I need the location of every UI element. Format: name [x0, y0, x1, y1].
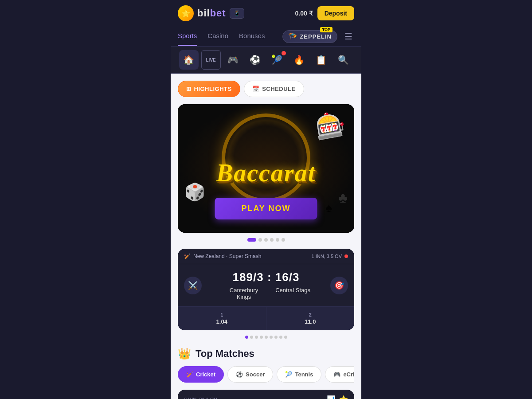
odd-button-1[interactable]: 1 1.04	[178, 307, 266, 330]
deposit-button[interactable]: Deposit	[317, 6, 354, 20]
banner-ring	[222, 113, 310, 202]
fire-button[interactable]: 🔥	[289, 50, 309, 70]
banner-dice-left: 🎲	[184, 182, 205, 202]
match-scores: ⚔️ 189/3 : 16/3 Canterbury Kings Central…	[178, 264, 354, 306]
team2-logo-icon: 🎯	[334, 281, 344, 290]
innings-info: 1 INN, 3.5 OV	[312, 254, 342, 259]
esports-button[interactable]: 🎮	[223, 50, 243, 70]
banner-spade: ♠	[325, 201, 332, 215]
match-status: 1 INN, 3.5 OV	[312, 254, 348, 259]
preview-chart-icon: 📊	[327, 395, 336, 399]
filter-cricket-label: Cricket	[196, 371, 215, 378]
match-league: 🏏 New Zealand · Super Smash	[184, 253, 261, 259]
nav-item-bonuses[interactable]: Bonuses	[239, 27, 265, 46]
dot-4	[276, 238, 279, 242]
odd-label-1: 1	[220, 312, 223, 317]
filter-tennis[interactable]: 🎾 Tennis	[277, 366, 321, 383]
match-carousel-dots	[178, 336, 354, 339]
filter-ecric-label: eCric...	[343, 371, 354, 378]
odd-value-2: 11.0	[305, 318, 316, 325]
preview-innings: 2 INN, 31.1 OV	[184, 397, 217, 399]
search-button[interactable]: 🔍	[333, 50, 353, 70]
banner-chips-right: 🎰	[313, 109, 348, 142]
banner-bg: 🎰 🎲 ♣ ♠ Baccarat PLAY NOW	[178, 104, 354, 233]
highlights-tab[interactable]: ⊞ HIGHLIGHTS	[178, 81, 240, 97]
match-dot-3	[260, 336, 263, 339]
odd-button-2[interactable]: 2 11.0	[266, 307, 355, 330]
nav-bar: Sports Casino Bonuses TOP 🪂 ZEPPELIN ☰	[171, 27, 361, 47]
match-dot-8	[284, 336, 287, 339]
filter-cricket[interactable]: 🏏 Cricket	[178, 366, 224, 383]
match-dot-6	[274, 336, 278, 339]
dot-2	[264, 238, 268, 242]
soccer-button[interactable]: ⚽	[245, 50, 265, 70]
odd-value-1: 1.04	[216, 318, 227, 325]
android-icon: 📱	[234, 10, 240, 16]
home-sport-button[interactable]: 🏠	[179, 50, 199, 70]
tabs-row: ⊞ HIGHLIGHTS 📅 SCHEDULE	[178, 81, 354, 97]
zeppelin-text: ZEPPELIN	[300, 33, 332, 40]
header-left: ⭐ bilbet 📱	[178, 5, 244, 21]
live-sport-button[interactable]: LIVE	[201, 50, 221, 70]
highlights-icon: ⊞	[186, 86, 192, 92]
crown-icon: 👑	[178, 348, 191, 360]
banner-title-wrapper: Baccarat	[216, 159, 316, 187]
header-right: 0.00 ₹ Deposit	[295, 6, 354, 20]
logo-text: bilbet	[197, 8, 226, 19]
logo-icon: ⭐	[178, 5, 194, 21]
team2-area: 🎯	[330, 277, 348, 294]
balance-display: 0.00 ₹	[295, 10, 313, 17]
filter-soccer-icon: ⚽	[236, 371, 243, 378]
filter-ecric[interactable]: 🎮 eCric...	[325, 366, 354, 383]
top-matches-section: 👑 Top Matches 🏏 Cricket ⚽ Soccer 🎾 Tenni…	[178, 348, 354, 399]
schedule-tab[interactable]: 📅 SCHEDULE	[244, 81, 304, 97]
sport-filter-row: 🏏 Cricket ⚽ Soccer 🎾 Tennis 🎮 eCric...	[178, 366, 354, 384]
banner-container: 🎰 🎲 ♣ ♠ Baccarat PLAY NOW	[178, 104, 354, 233]
team1-name: Canterbury Kings	[222, 287, 266, 300]
filter-soccer[interactable]: ⚽ Soccer	[227, 366, 273, 383]
team2-name: Central Stags	[275, 287, 310, 300]
dot-5	[282, 238, 285, 242]
dot-3	[270, 238, 274, 242]
team1-logo: ⚔️	[184, 277, 202, 294]
bottom-preview-info: 2 INN, 31.1 OV	[184, 397, 217, 399]
zeppelin-icon: 🪂	[288, 32, 297, 41]
score-display: 189/3 : 16/3	[222, 270, 310, 284]
app-badge[interactable]: 📱	[230, 8, 244, 19]
live-indicator	[344, 254, 348, 258]
match-card-header: 🏏 New Zealand · Super Smash 1 INN, 3.5 O…	[178, 249, 354, 264]
nav-right: TOP 🪂 ZEPPELIN ☰	[282, 29, 354, 43]
play-now-button[interactable]: PLAY NOW	[215, 198, 317, 219]
header: ⭐ bilbet 📱 0.00 ₹ Deposit	[171, 0, 361, 27]
schedule-icon: 📅	[252, 86, 260, 92]
filter-tennis-icon: 🎾	[285, 371, 292, 378]
nav-item-casino[interactable]: Casino	[207, 27, 228, 46]
carousel-dots	[178, 238, 354, 242]
news-button[interactable]: 📋	[311, 50, 331, 70]
filter-tennis-label: Tennis	[295, 371, 313, 378]
tennis-button[interactable]: 🎾	[267, 50, 287, 70]
top-matches-title: 👑 Top Matches	[178, 348, 354, 360]
match-dot-2	[255, 336, 258, 339]
highlights-label: HIGHLIGHTS	[194, 86, 232, 92]
top-matches-text: Top Matches	[196, 348, 254, 360]
match-dot-4	[265, 336, 268, 339]
sports-icons-bar: 🏠 LIVE 🎮 ⚽ 🎾 🔥 📋 🔍	[171, 47, 361, 74]
filter-soccer-label: Soccer	[246, 371, 265, 378]
zeppelin-badge[interactable]: TOP 🪂 ZEPPELIN	[282, 30, 337, 43]
dot-0	[247, 238, 256, 242]
nav-item-sports[interactable]: Sports	[178, 27, 197, 46]
odds-row: 1 1.04 2 11.0	[178, 306, 354, 330]
banner-cards: ♣	[338, 190, 348, 206]
team1-area: ⚔️	[184, 277, 202, 294]
score-area: 189/3 : 16/3 Canterbury Kings Central St…	[222, 270, 310, 300]
match-dot-7	[279, 336, 282, 339]
tennis-badge	[282, 51, 286, 55]
preview-star-icon: ⭐	[339, 395, 348, 399]
phone-container: ⭐ bilbet 📱 0.00 ₹ Deposit Sports Casino …	[171, 0, 361, 399]
league-name: New Zealand · Super Smash	[193, 253, 261, 259]
preview-icons: 📊 ⭐	[327, 395, 348, 399]
team2-logo: 🎯	[330, 277, 348, 294]
schedule-label: SCHEDULE	[262, 86, 296, 92]
hamburger-button[interactable]: ☰	[343, 29, 354, 43]
